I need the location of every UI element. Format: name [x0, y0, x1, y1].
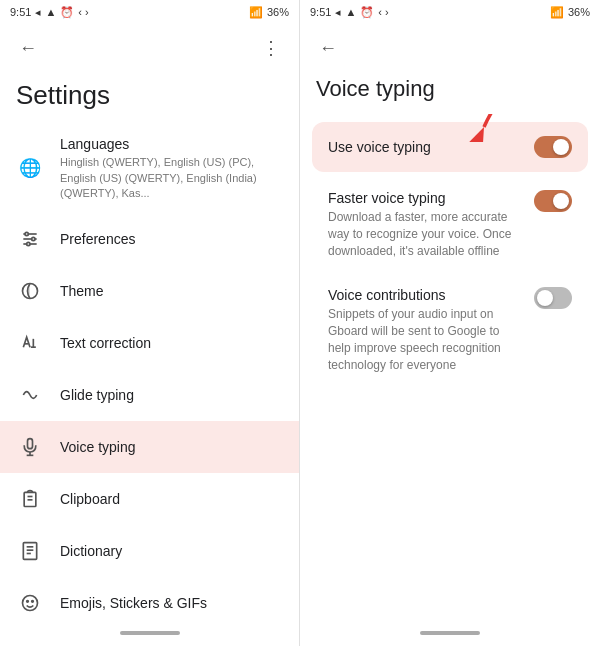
text-correction-icon [16, 329, 44, 357]
settings-title: Settings [0, 72, 299, 123]
more-options-button-left[interactable]: ⋮ [255, 32, 287, 64]
faster-voice-typing-row: Faster voice typing Download a faster, m… [312, 176, 588, 273]
back-button-left[interactable]: ← [12, 32, 44, 64]
settings-item-preferences[interactable]: Preferences [0, 213, 299, 265]
preferences-title: Preferences [60, 230, 283, 248]
use-voice-typing-label: Use voice typing [328, 139, 522, 155]
settings-item-text-correction[interactable]: Text correction [0, 317, 299, 369]
voice-typing-icon [16, 433, 44, 461]
use-voice-typing-card: Use voice typing [312, 122, 588, 172]
signal-icon-r: ▲ [345, 6, 356, 18]
settings-item-glide-typing[interactable]: Glide typing [0, 369, 299, 421]
battery-right: 36% [568, 6, 590, 18]
signal-icon: ▲ [45, 6, 56, 18]
emojis-icon [16, 589, 44, 617]
time-left: 9:51 [10, 6, 31, 18]
voice-typing-page-title: Voice typing [300, 72, 600, 114]
languages-subtitle: Hinglish (QWERTY), English (US) (PC), En… [60, 155, 283, 201]
status-bar-left: 9:51 ◂ ▲ ⏰ ‹ › 📶 36% [0, 0, 299, 24]
glide-typing-icon [16, 381, 44, 409]
svg-point-3 [25, 233, 28, 236]
text-correction-title: Text correction [60, 334, 283, 352]
red-arrow-right [454, 114, 544, 142]
voice-contributions-toggle[interactable] [534, 287, 572, 309]
theme-title: Theme [60, 282, 283, 300]
languages-title: Languages [60, 135, 283, 153]
voice-typing-title: Voice typing [60, 438, 283, 456]
location-icon: ◂ [35, 6, 41, 19]
settings-item-emojis[interactable]: Emojis, Stickers & GIFs [0, 577, 299, 626]
svg-point-23 [32, 601, 34, 603]
home-indicator-right [300, 626, 600, 646]
use-voice-typing-toggle[interactable] [534, 136, 572, 158]
settings-item-voice-typing[interactable]: Voice typing [0, 421, 299, 473]
clipboard-title: Clipboard [60, 490, 283, 508]
svg-point-5 [27, 243, 30, 246]
svg-rect-10 [28, 439, 33, 449]
back-button-right[interactable]: ← [312, 32, 344, 64]
time-right: 9:51 [310, 6, 331, 18]
faster-voice-typing-desc: Download a faster, more accurate way to … [328, 209, 522, 259]
battery-left: 36% [267, 6, 289, 18]
voice-contributions-row: Voice contributions Snippets of your aud… [312, 273, 588, 387]
settings-item-clipboard[interactable]: Clipboard [0, 473, 299, 525]
dictionary-title: Dictionary [60, 542, 283, 560]
settings-list: 🌐 Languages Hinglish (QWERTY), English (… [0, 123, 299, 626]
wifi-icon-r: 📶 [550, 6, 564, 19]
home-indicator-left [0, 626, 299, 646]
languages-icon: 🌐 [16, 154, 44, 182]
svg-point-4 [32, 238, 35, 241]
voice-contributions-desc: Snippets of your audio input on Gboard w… [328, 306, 522, 373]
settings-item-theme[interactable]: Theme [0, 265, 299, 317]
glide-typing-title: Glide typing [60, 386, 283, 404]
svg-point-22 [27, 601, 29, 603]
top-bar-right: ← [300, 24, 600, 72]
status-bar-right: 9:51 ◂ ▲ ⏰ ‹ › 📶 36% [300, 0, 600, 24]
svg-point-21 [23, 596, 38, 611]
dots-icon-r: ‹ › [378, 6, 388, 18]
settings-item-languages[interactable]: 🌐 Languages Hinglish (QWERTY), English (… [0, 123, 299, 213]
alarm-icon: ⏰ [60, 6, 74, 19]
location-icon-r: ◂ [335, 6, 341, 19]
voice-options-list: Use voice typing Fas [300, 114, 600, 626]
faster-voice-typing-label: Faster voice typing [328, 190, 522, 206]
faster-voice-typing-toggle[interactable] [534, 190, 572, 212]
clipboard-icon [16, 485, 44, 513]
settings-item-dictionary[interactable]: Dictionary [0, 525, 299, 577]
theme-icon [16, 277, 44, 305]
top-bar-left: ← ⋮ [0, 24, 299, 72]
dots-icon: ‹ › [78, 6, 88, 18]
emojis-title: Emojis, Stickers & GIFs [60, 594, 283, 612]
wifi-icon: 📶 [249, 6, 263, 19]
dictionary-icon [16, 537, 44, 565]
preferences-icon [16, 225, 44, 253]
alarm-icon-r: ⏰ [360, 6, 374, 19]
voice-contributions-label: Voice contributions [328, 287, 522, 303]
